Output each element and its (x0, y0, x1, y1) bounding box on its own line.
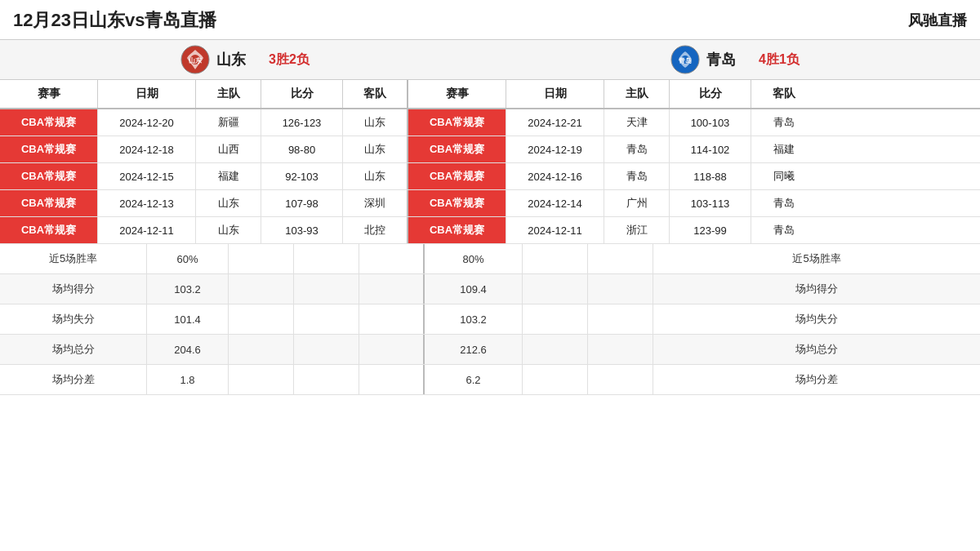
column-headers: 赛事 日期 主队 比分 客队 赛事 日期 主队 比分 客队 (0, 80, 980, 109)
col-header-home-left: 主队 (196, 80, 261, 108)
qd-away-0: 青岛 (751, 109, 817, 136)
stat-blank-1-3 (229, 335, 294, 364)
shandong-team-name: 山东 (216, 50, 246, 69)
stat-val-mid-4: 6.2 (425, 365, 523, 394)
qd-score-4: 123-99 (670, 217, 751, 243)
stat-val-mid-2: 103.2 (425, 304, 523, 334)
stat-val-mid-3: 212.6 (425, 335, 523, 364)
sd-date-1: 2024-12-18 (98, 136, 196, 162)
stat-blank-4-2 (523, 304, 588, 334)
stat-label-right-2: 场均失分 (653, 304, 980, 334)
stat-blank-4-3 (523, 335, 588, 364)
qd-score-1: 114-102 (670, 136, 751, 162)
svg-text:青岛: 青岛 (679, 57, 692, 64)
col-header-match-right: 赛事 (408, 80, 506, 108)
sd-date-0: 2024-12-20 (98, 109, 196, 136)
brand-title: 风驰直播 (908, 11, 967, 30)
col-header-away-right: 客队 (751, 80, 817, 108)
qingdao-logo-icon: 青岛 (670, 45, 700, 74)
qd-date-3: 2024-12-14 (506, 190, 604, 216)
stat-blank-2-0 (294, 244, 359, 273)
sd-match-2: CBA常规赛 (0, 163, 98, 189)
sd-away-0: 山东 (343, 109, 408, 136)
table-row: CBA常规赛 2024-12-11 山东 103-93 北控 CBA常规赛 20… (0, 217, 980, 244)
sd-home-3: 山东 (196, 190, 261, 216)
qd-date-1: 2024-12-19 (506, 136, 604, 162)
qd-away-1: 福建 (751, 136, 817, 162)
stat-blank-5-3 (588, 335, 653, 364)
stat-val-sd-1: 103.2 (147, 274, 229, 304)
stat-blank-3-0 (359, 244, 425, 273)
qd-match-2: CBA常规赛 (408, 163, 506, 189)
sd-match-3: CBA常规赛 (0, 190, 98, 216)
table-row: CBA常规赛 2024-12-20 新疆 126-123 山东 CBA常规赛 2… (0, 109, 980, 136)
stat-val-sd-3: 204.6 (147, 335, 229, 364)
stat-blank-3-1 (359, 274, 425, 304)
stat-label-left-3: 场均总分 (0, 335, 147, 364)
stat-blank-1-4 (229, 365, 294, 394)
sd-score-3: 107-98 (261, 190, 343, 216)
qd-score-2: 118-88 (670, 163, 751, 189)
stats-row: 场均分差 1.8 6.2 场均分差 (0, 365, 980, 395)
table-row: CBA常规赛 2024-12-15 福建 92-103 山东 CBA常规赛 20… (0, 163, 980, 190)
team-qingdao: 青岛 青岛 4胜1负 (490, 45, 980, 74)
stat-blank-4-0 (523, 244, 588, 273)
stats-row: 近5场胜率 60% 80% 近5场胜率 (0, 244, 980, 274)
sd-score-0: 126-123 (261, 109, 343, 136)
teams-row: 山东 山东 3胜2负 青岛 青岛 4胜1负 (0, 39, 980, 80)
sd-away-1: 山东 (343, 136, 408, 162)
sd-date-2: 2024-12-15 (98, 163, 196, 189)
stat-label-left-4: 场均分差 (0, 365, 147, 394)
table-row: CBA常规赛 2024-12-18 山西 98-80 山东 CBA常规赛 202… (0, 136, 980, 163)
stat-blank-3-4 (359, 365, 425, 394)
stat-label-right-1: 场均得分 (653, 274, 980, 304)
stat-blank-5-4 (588, 365, 653, 394)
stat-val-sd-2: 101.4 (147, 304, 229, 334)
stat-blank-1-0 (229, 244, 294, 273)
stat-blank-3-3 (359, 335, 425, 364)
stat-blank-1-1 (229, 274, 294, 304)
stat-blank-4-4 (523, 365, 588, 394)
stats-row: 场均失分 101.4 103.2 场均失分 (0, 304, 980, 335)
page-wrapper: 12月23日山东vs青岛直播 风驰直播 山东 山东 3胜2负 青岛 青岛 (0, 0, 980, 551)
stats-section: 近5场胜率 60% 80% 近5场胜率 场均得分 103.2 109.4 场均得… (0, 244, 980, 395)
qd-match-3: CBA常规赛 (408, 190, 506, 216)
col-header-date-right: 日期 (506, 80, 604, 108)
sd-date-3: 2024-12-13 (98, 190, 196, 216)
qd-score-0: 100-103 (670, 109, 751, 136)
stat-label-left-2: 场均失分 (0, 304, 147, 334)
sd-match-4: CBA常规赛 (0, 217, 98, 243)
header: 12月23日山东vs青岛直播 风驰直播 (0, 0, 980, 39)
sd-match-1: CBA常规赛 (0, 136, 98, 162)
col-header-score-right: 比分 (670, 80, 751, 108)
qd-away-3: 青岛 (751, 190, 817, 216)
stat-blank-2-3 (294, 335, 359, 364)
stat-blank-2-2 (294, 304, 359, 334)
sd-score-2: 92-103 (261, 163, 343, 189)
col-header-away-left: 客队 (343, 80, 408, 108)
sd-score-4: 103-93 (261, 217, 343, 243)
sd-match-0: CBA常规赛 (0, 109, 98, 136)
team-shandong: 山东 山东 3胜2负 (0, 45, 490, 74)
stat-label-left-1: 场均得分 (0, 274, 147, 304)
stat-blank-2-1 (294, 274, 359, 304)
qd-home-4: 浙江 (604, 217, 670, 243)
sd-home-0: 新疆 (196, 109, 261, 136)
stat-blank-1-2 (229, 304, 294, 334)
sd-date-4: 2024-12-11 (98, 217, 196, 243)
col-header-score-left: 比分 (261, 80, 343, 108)
stats-row: 场均得分 103.2 109.4 场均得分 (0, 274, 980, 304)
col-header-date-left: 日期 (98, 80, 196, 108)
stat-val-sd-4: 1.8 (147, 365, 229, 394)
sd-home-1: 山西 (196, 136, 261, 162)
qd-date-2: 2024-12-16 (506, 163, 604, 189)
shandong-logo-icon: 山东 (180, 45, 210, 74)
stat-blank-5-0 (588, 244, 653, 273)
qingdao-team-name: 青岛 (706, 50, 736, 69)
qd-home-1: 青岛 (604, 136, 670, 162)
table-row: CBA常规赛 2024-12-13 山东 107-98 深圳 CBA常规赛 20… (0, 190, 980, 217)
game-table: CBA常规赛 2024-12-20 新疆 126-123 山东 CBA常规赛 2… (0, 109, 980, 244)
stat-label-right-0: 近5场胜率 (653, 244, 980, 273)
sd-home-4: 山东 (196, 217, 261, 243)
stat-blank-4-1 (523, 274, 588, 304)
